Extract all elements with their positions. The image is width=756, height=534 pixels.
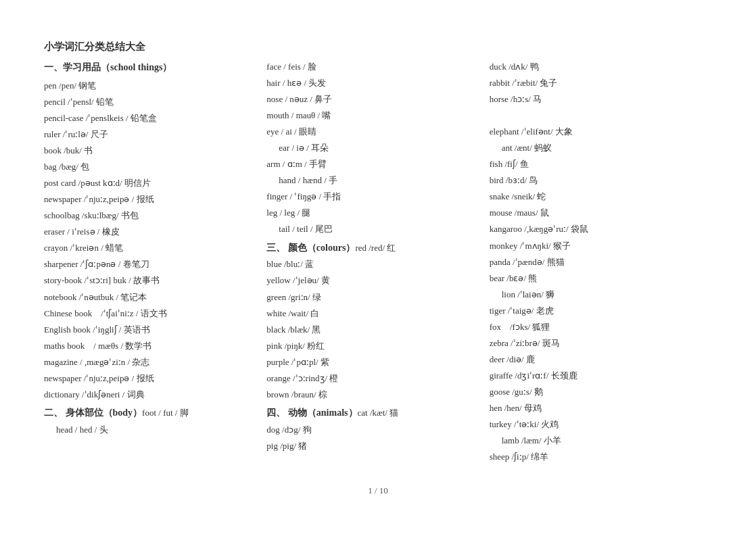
list-item: deer /diə/ 鹿 xyxy=(490,351,705,368)
list-item: nose / nəuz / 鼻子 xyxy=(266,91,482,107)
section-colours-label: 三、 颜色（colours） xyxy=(266,243,355,253)
list-item: book /buk/ 书 xyxy=(44,143,260,159)
section-school-things: 一、学习用品（school things） xyxy=(44,59,260,76)
list-item: hand / hænd / 手 xyxy=(266,172,482,189)
list-item: pen /pen/ 钢笔 xyxy=(44,78,260,94)
column-2: face / feis / 脸 hair / hɛə / 头发 nose / n… xyxy=(266,59,489,465)
list-item: kangaroo /,kæŋgəˈruː/ 袋鼠 xyxy=(490,221,705,237)
list-item: elephant /ˈelifənt/ 大象 xyxy=(490,124,705,140)
list-item: bag /bæg/ 包 xyxy=(44,159,260,175)
list-item: sharpener /ˈʃɑːpənə / 卷笔刀 xyxy=(44,256,260,272)
list-item: lion /ˈlaiən/ 狮 xyxy=(490,287,705,303)
list-item: leg / leg / 腿 xyxy=(266,205,482,221)
section-colours: 三、 颜色（colours）red /red/ 红 xyxy=(266,239,482,257)
list-item: hair / hɛə / 头发 xyxy=(266,75,482,91)
list-item: blue /bluː/ 蓝 xyxy=(266,256,482,272)
list-item: arm / ɑːm / 手臂 xyxy=(266,156,482,172)
list-item: zebra /ˈziːbrə/ 斑马 xyxy=(490,335,705,351)
list-item: duck /dʌk/ 鸭 xyxy=(490,59,705,75)
list-item: panda /ˈpændə/ 熊猫 xyxy=(490,254,705,270)
main-title: 小学词汇分类总结大全 xyxy=(44,41,712,53)
list-item: monkey /ˈmʌŋki/ 猴子 xyxy=(490,238,705,254)
list-item: newspaper /ˈnjuːz,peipə / 报纸 xyxy=(44,191,260,208)
list-item: hen /hen/ 母鸡 xyxy=(490,400,705,416)
list-item: sheep /ʃiːp/ 绵羊 xyxy=(490,449,705,465)
section-animals: 四、 动物（animals）cat /kæt/ 猫 xyxy=(266,404,482,422)
list-item: ant /ænt/ 蚂蚁 xyxy=(490,140,705,156)
content-wrapper: 一、学习用品（school things） pen /pen/ 钢笔 penci… xyxy=(44,59,712,465)
list-item: tiger /ˈtaigə/ 老虎 xyxy=(490,303,705,319)
list-item: orange /ˈɔːrindʒ/ 橙 xyxy=(266,370,482,387)
list-item: cat /kæt/ 猫 xyxy=(358,408,399,418)
list-item: white /wait/ 白 xyxy=(266,306,482,322)
list-item: rabbit /ˈræbit/ 兔子 xyxy=(490,75,705,91)
list-item: turkey /ˈtəːki/ 火鸡 xyxy=(490,416,705,433)
list-item: magazine / ,mægəˈziːn / 杂志 xyxy=(44,354,260,370)
list-item: bear /bɛə/ 熊 xyxy=(490,270,705,287)
list-item: horse /hɔːs/ 马 xyxy=(490,91,705,107)
list-item: maths book / mæθs / 数学书 xyxy=(44,338,260,354)
list-item: lamb /læm/ 小羊 xyxy=(490,433,705,449)
list-item: green /griːn/ 绿 xyxy=(266,289,482,306)
list-item: brown /braun/ 棕 xyxy=(266,387,482,403)
list-item: head / hed / 头 xyxy=(44,422,260,438)
list-item: ruler /ˈruːlə/ 尺子 xyxy=(44,126,260,143)
list-item: eye / ai / 眼睛 xyxy=(266,124,482,140)
list-item: yellow /ˈjeləu/ 黄 xyxy=(266,272,482,289)
list-item: pig /pig/ 猪 xyxy=(266,438,482,454)
list-item: pink /piŋk/ 粉红 xyxy=(266,338,482,354)
list-item: purple /ˈpɑːpl/ 紫 xyxy=(266,354,482,370)
list-item: face / feis / 脸 xyxy=(266,59,482,75)
list-item: notebook /ˈnəutbuk / 笔记本 xyxy=(44,289,260,306)
column-1: 一、学习用品（school things） pen /pen/ 钢笔 penci… xyxy=(44,59,266,465)
list-item: English book /ˈiŋgliʃ / 英语书 xyxy=(44,322,260,338)
list-item: crayon /ˈkreiən / 蜡笔 xyxy=(44,240,260,256)
list-item: post card /pəust kɑːd/ 明信片 xyxy=(44,175,260,191)
list-item: bird /bɜːd/ 鸟 xyxy=(490,172,705,189)
list-item: pencil-case /ˈpenslkeis / 铅笔盒 xyxy=(44,110,260,126)
list-item: red /red/ 红 xyxy=(355,243,396,253)
list-item: snake /sneik/ 蛇 xyxy=(490,189,705,205)
section-body-label: 二、 身体部位（body） xyxy=(44,408,142,418)
list-item: fox /fɔks/ 狐狸 xyxy=(490,319,705,335)
list-item: story-book /ˈstɔːri] buk / 故事书 xyxy=(44,272,260,289)
page-number: 1 / 10 xyxy=(44,485,712,496)
list-item: giraffe /dʒiˈrɑːf/ 长颈鹿 xyxy=(490,368,705,384)
list-item: finger / ˈfiŋgə / 手指 xyxy=(266,189,482,205)
list-item: goose /guːs/ 鹅 xyxy=(490,384,705,400)
list-item: Chinese book /ˈtʃaiˈniːz / 语文书 xyxy=(44,306,260,322)
list-item: black /blæk/ 黑 xyxy=(266,322,482,338)
list-item: fish /fiʃ/ 鱼 xyxy=(490,156,705,172)
list-item: eraser / iˈreisə / 橡皮 xyxy=(44,224,260,240)
column-3: duck /dʌk/ 鸭 rabbit /ˈræbit/ 兔子 horse /h… xyxy=(490,59,712,465)
list-item: pencil /ˈpensl/ 铅笔 xyxy=(44,94,260,110)
list-item: newspaper /ˈnjuːz,peipə / 报纸 xyxy=(44,370,260,387)
section-body: 二、 身体部位（body）foot / fut / 脚 xyxy=(44,404,260,422)
list-item: ear / iə / 耳朵 xyxy=(266,140,482,156)
list-item xyxy=(490,107,705,124)
list-item: dog /dɔg/ 狗 xyxy=(266,422,482,438)
list-item: schoolbag /skuːlbæg/ 书包 xyxy=(44,208,260,224)
list-item: dictionary /ˈdikʃəneri / 词典 xyxy=(44,387,260,403)
list-item: mouse /maus/ 鼠 xyxy=(490,205,705,221)
list-item: tail / teil / 尾巴 xyxy=(266,221,482,237)
list-item: foot / fut / 脚 xyxy=(142,408,189,418)
page: 小学词汇分类总结大全 一、学习用品（school things） pen /pe… xyxy=(0,0,756,534)
list-item: mouth / mauθ / 嘴 xyxy=(266,107,482,124)
section-animals-label: 四、 动物（animals） xyxy=(266,408,357,418)
